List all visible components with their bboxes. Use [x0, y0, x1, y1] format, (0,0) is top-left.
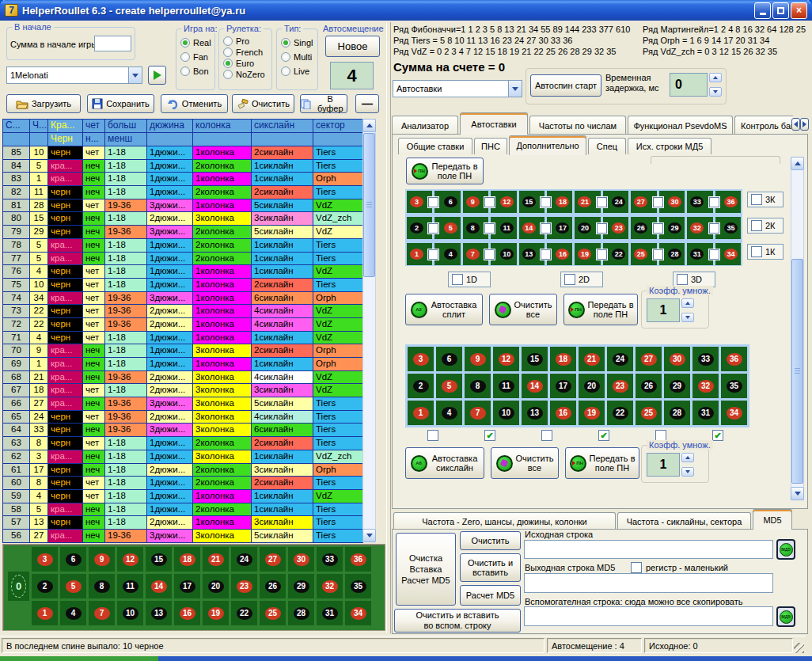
k3-checkbox[interactable] [751, 194, 762, 205]
autospin-start-button[interactable]: Автоспин старт [530, 74, 601, 97]
board-number-cell[interactable]: 9 [89, 547, 115, 572]
column-header[interactable]: Кра... [48, 120, 83, 133]
md5-clear-button[interactable]: Очистить [460, 531, 521, 550]
collapse-button[interactable]: — [355, 94, 379, 113]
sixline-number-cell[interactable]: 19 [579, 401, 605, 425]
board-number-cell[interactable]: 21 [203, 547, 229, 572]
split-pair-cell[interactable]: 3336 [687, 191, 741, 213]
board-number-cell[interactable]: 29 [288, 574, 314, 598]
table-row[interactable]: 585кра...неч1-181дюжи...2колонка1сиклайн… [3, 503, 363, 517]
dim-box-2d[interactable]: 2D [560, 272, 603, 287]
table-row[interactable]: 764чернчет1-181дюжи...1колонка1сиклайнVd… [3, 265, 363, 279]
column-header[interactable]: менш [105, 133, 147, 146]
column-header[interactable]: дюжина [147, 120, 193, 133]
split-pair-cell[interactable]: 2629 [631, 217, 685, 239]
split-pair-cell[interactable]: 36 [407, 191, 461, 213]
subtab-pns[interactable]: ПНС [474, 138, 507, 154]
sixline-number-cell[interactable]: 16 [550, 401, 576, 425]
board-number-cell[interactable]: 33 [317, 547, 343, 572]
k-box-2k[interactable]: 2К [747, 218, 784, 234]
radio-real[interactable]: Real [180, 38, 211, 47]
md5-output-input[interactable] [524, 573, 773, 593]
md5-calc-button[interactable]: Расчет MD5 [460, 585, 521, 606]
sixline-number-cell[interactable]: 4 [436, 401, 462, 425]
column-header[interactable]: Черн [48, 133, 83, 146]
sixline-number-cell[interactable]: 33 [692, 347, 719, 371]
k1-checkbox[interactable] [751, 246, 762, 257]
split-checkbox[interactable] [709, 223, 719, 234]
board-number-cell[interactable]: 15 [146, 547, 172, 572]
sixline-number-cell[interactable]: 1 [408, 401, 434, 425]
autobets-combobox-arrow[interactable] [508, 81, 522, 97]
radio-live[interactable]: Live [281, 66, 313, 76]
radio-french[interactable]: French [223, 47, 265, 57]
table-row[interactable]: 845кра...неч1-181дюжи...2колонка1сиклайн… [3, 160, 363, 173]
board-number-cell[interactable]: 16 [174, 601, 200, 625]
board-number-cell[interactable]: 23 [231, 574, 257, 598]
board-number-cell[interactable]: 5 [60, 574, 86, 598]
save-button[interactable]: Сохранить [87, 94, 154, 113]
sixline-number-cell[interactable]: 26 [636, 374, 662, 398]
table-row[interactable]: 714чернчет1-181дюжи...1колонка1сиклайнVd… [3, 332, 363, 345]
sixline-number-cell[interactable]: 15 [522, 347, 548, 371]
board-number-cell[interactable]: 2 [32, 574, 58, 598]
table-row[interactable]: 6433черннеч19-363дюжи...3колонка6сиклайн… [3, 424, 363, 437]
board-number-cell[interactable]: 34 [345, 601, 371, 625]
column-header[interactable]: колонка [193, 120, 252, 133]
sixline-number-cell[interactable]: 20 [579, 374, 605, 398]
new-button[interactable]: Новое [325, 36, 380, 57]
split-pair-cell[interactable]: 912 [463, 191, 517, 213]
play-button[interactable] [148, 66, 166, 85]
board-number-cell[interactable]: 17 [174, 574, 200, 598]
board-number-cell[interactable]: 12 [117, 547, 143, 572]
transfer-pn-button-1[interactable]: ПН Передать в поле ПН [563, 294, 638, 325]
tabs-scroll-left[interactable] [791, 118, 800, 131]
coeff2-up-button[interactable] [681, 453, 694, 462]
table-row[interactable]: 785кра...неч1-181дюжи...2колонка1сиклайн… [3, 239, 363, 253]
clear-button[interactable]: Очистить [232, 94, 294, 113]
split-pair-cell[interactable]: 1417 [519, 217, 573, 239]
table-row[interactable]: 8128чернчет19-363дюжи...1колонка5сиклайн… [3, 199, 363, 213]
sixline-number-cell[interactable]: 18 [550, 347, 576, 371]
clear-all-button-2[interactable]: Очистить все [491, 447, 559, 479]
board-number-cell[interactable]: 26 [260, 574, 286, 598]
split-checkbox[interactable] [484, 223, 495, 234]
coeff2-down-button[interactable] [681, 467, 694, 477]
table-row[interactable]: 608чернчет1-181дюжи...2колонка2сиклайнTi… [3, 477, 363, 490]
table-row[interactable]: 6718кра...чет1-182дюжи...3колонка3сиклай… [3, 384, 363, 397]
tab-autobets[interactable]: Автоставки [460, 112, 528, 135]
table-row[interactable]: 7222чернчет19-362дюжи...1колонка4сиклайн… [3, 318, 363, 332]
sixline-number-cell[interactable]: 31 [692, 401, 719, 425]
board-number-cell[interactable]: 8 [89, 574, 115, 598]
sixline-checkbox[interactable]: ✔ [712, 430, 723, 441]
sixline-checkbox[interactable] [541, 430, 552, 441]
board-number-cell[interactable]: 10 [117, 601, 143, 625]
board-number-cell[interactable]: 32 [317, 574, 343, 598]
md5-aux-run-button[interactable]: МД5 [776, 606, 795, 627]
split-pair-cell[interactable]: 1518 [519, 191, 573, 213]
coeff1-down-button[interactable] [681, 313, 694, 322]
board-number-cell[interactable]: 18 [174, 547, 200, 572]
table-row[interactable]: 7434кра...чет19-363дюжи...1колонка6сикла… [3, 292, 363, 306]
split-checkbox[interactable] [484, 249, 495, 260]
sixline-number-cell[interactable]: 9 [465, 347, 491, 371]
k2-checkbox[interactable] [751, 220, 762, 231]
history-scroll-thumb[interactable] [363, 133, 375, 277]
sixline-number-cell[interactable]: 7 [465, 401, 491, 425]
sixline-number-cell[interactable]: 36 [721, 347, 747, 371]
table-row[interactable]: 7322чернчет19-362дюжи...1колонка4сиклайн… [3, 305, 363, 318]
table-row[interactable]: 8015черннеч1-182дюжи...3колонка3сиклайнV… [3, 212, 363, 226]
table-row[interactable]: 5627кра...неч19-363дюжи...3колонка5сикла… [3, 530, 363, 543]
buffer-button[interactable]: В буфер [300, 94, 347, 113]
autobet-split-button[interactable]: A2 Автоставка сплит [405, 294, 483, 325]
radio-multi[interactable]: Multi [281, 52, 313, 62]
board-number-cell[interactable]: 25 [260, 601, 286, 625]
sixline-number-cell[interactable]: 27 [636, 347, 662, 371]
transfer-pn-button-2[interactable]: ПН Передать в поле ПН [565, 447, 639, 479]
split-pair-cell[interactable]: 2730 [631, 191, 685, 213]
resize-grip[interactable] [794, 643, 804, 653]
table-row[interactable]: 7929черннеч19-363дюжи...2колонка5сиклайн… [3, 226, 363, 239]
board-number-cell[interactable]: 35 [345, 574, 371, 598]
sixline-number-cell[interactable]: 10 [493, 401, 519, 425]
board-number-cell[interactable]: 28 [288, 601, 314, 625]
